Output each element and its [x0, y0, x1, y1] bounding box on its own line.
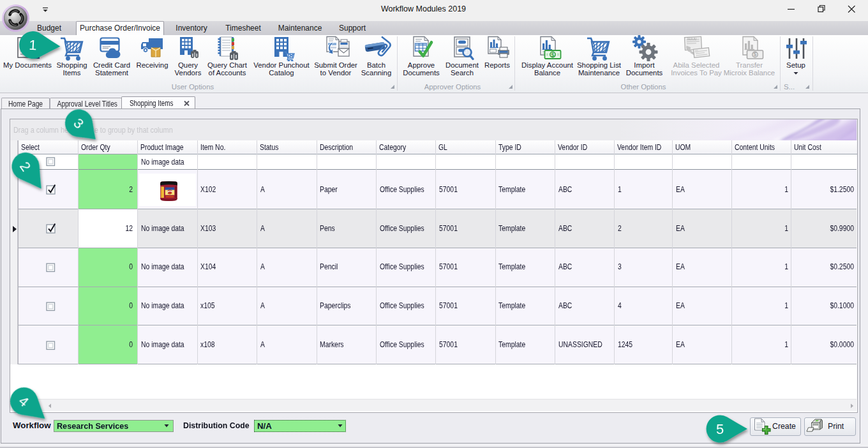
- svg-text:$: $: [551, 52, 554, 58]
- svg-text:$: $: [754, 51, 757, 57]
- svg-text:NUUU: NUUU: [687, 37, 697, 41]
